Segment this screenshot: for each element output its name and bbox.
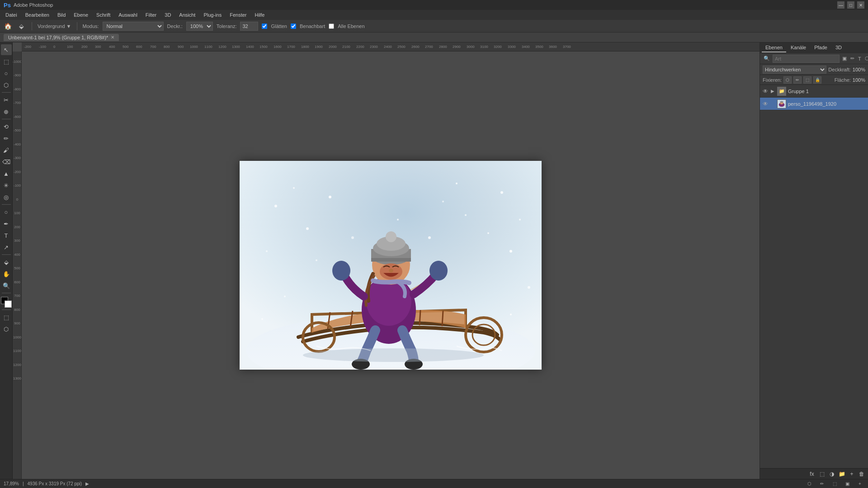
- tool-hand[interactable]: ✋: [1, 268, 12, 279]
- color-boxes[interactable]: [1, 297, 12, 308]
- layer-eye-image[interactable]: 👁: [762, 100, 769, 108]
- maximize-button[interactable]: □: [847, 1, 854, 9]
- menu-fenster[interactable]: Fenster: [226, 11, 250, 19]
- status-icon-4[interactable]: ▣: [843, 479, 852, 488]
- document-canvas[interactable]: [240, 161, 542, 370]
- glatten-checkbox[interactable]: [262, 23, 267, 29]
- layer-fx-icon[interactable]: fx: [807, 469, 816, 479]
- tool-quick-mask[interactable]: ⬚: [1, 312, 12, 323]
- canvas-area[interactable]: -200 -100 0 100 200 300 400 500 600 700 …: [13, 42, 760, 479]
- tool-stamp[interactable]: 🖌: [1, 145, 12, 155]
- doc-tab[interactable]: Unbenannt-1 bei 17,9% (Gruppe 1, RGB/8#)…: [4, 34, 119, 41]
- canvas-image: [240, 161, 542, 370]
- svg-text:200: 200: [14, 225, 20, 229]
- tool-marquee[interactable]: ⬚: [1, 56, 12, 67]
- layer-row-gruppe1[interactable]: 👁 ▶ 📁 Gruppe 1: [760, 85, 868, 98]
- svg-text:3700: 3700: [563, 45, 571, 49]
- doc-tab-close[interactable]: ✕: [111, 35, 114, 40]
- lock-paint-btn[interactable]: ✏: [793, 76, 802, 84]
- tab-ebenen[interactable]: Ebenen: [762, 43, 786, 52]
- tool-zoom[interactable]: 🔍: [1, 280, 12, 291]
- document-tab-bar: Unbenannt-1 bei 17,9% (Gruppe 1, RGB/8#)…: [0, 33, 868, 42]
- svg-text:1900: 1900: [315, 45, 323, 49]
- tool-quick-select[interactable]: ⬡: [1, 80, 12, 90]
- flaeche-value: 100%: [853, 77, 865, 83]
- tool-shape[interactable]: ⬙: [1, 257, 12, 267]
- tool-blur[interactable]: ◎: [1, 192, 12, 202]
- status-icon-5[interactable]: +: [855, 479, 864, 488]
- tool-crop[interactable]: ✂: [1, 94, 12, 105]
- svg-text:800: 800: [164, 45, 170, 49]
- layer-delete-icon[interactable]: 🗑: [857, 469, 866, 479]
- menu-filter[interactable]: Filter: [142, 11, 160, 19]
- menu-3d[interactable]: 3D: [161, 11, 175, 19]
- layer-expand-gruppe1[interactable]: ▶: [771, 89, 775, 94]
- menu-bearbeiten[interactable]: Bearbeiten: [22, 11, 53, 19]
- layers-icon-3[interactable]: T: [857, 56, 862, 61]
- lock-all-btn[interactable]: 🔒: [813, 76, 821, 84]
- menu-ebene[interactable]: Ebene: [70, 11, 92, 19]
- tool-home-icon[interactable]: 🏠: [3, 21, 13, 31]
- layer-new-icon[interactable]: +: [847, 469, 856, 479]
- tool-pen[interactable]: ✒: [1, 218, 12, 229]
- title-bar: Ps Adobe Photoshop — □ ✕: [0, 0, 868, 10]
- layer-adj-icon[interactable]: ◑: [827, 469, 836, 479]
- tool-gradient[interactable]: ✳: [1, 180, 12, 191]
- status-icon-2[interactable]: ✏: [817, 479, 826, 488]
- menu-schrift[interactable]: Schrift: [93, 11, 114, 19]
- menu-auswahl[interactable]: Auswahl: [115, 11, 141, 19]
- background-color[interactable]: [5, 300, 12, 308]
- alle-ebenen-checkbox[interactable]: [329, 23, 334, 29]
- svg-text:-700: -700: [14, 101, 21, 105]
- tool-picker-icon[interactable]: ⬙: [16, 21, 26, 31]
- svg-text:1200: 1200: [13, 363, 21, 367]
- tool-lasso[interactable]: ○: [1, 68, 12, 79]
- tool-text[interactable]: T: [1, 230, 12, 241]
- tool-history[interactable]: ⌫: [1, 156, 12, 167]
- modus-select[interactable]: Normal Multiplizieren Negativ multiplizi…: [103, 22, 164, 31]
- menu-bild[interactable]: Bild: [54, 11, 69, 19]
- status-icon-3[interactable]: ⬚: [830, 479, 839, 488]
- layers-search-input[interactable]: [773, 55, 840, 63]
- benachbart-checkbox[interactable]: [291, 23, 296, 29]
- lock-position-btn[interactable]: ⬡: [783, 76, 792, 84]
- close-button[interactable]: ✕: [857, 1, 864, 9]
- menu-plugins[interactable]: Plug-ins: [200, 11, 225, 19]
- layer-group-icon[interactable]: 📁: [837, 469, 846, 479]
- deckraft-select[interactable]: 100%: [186, 22, 213, 31]
- svg-point-97: [519, 219, 521, 221]
- tool-eraser[interactable]: ▲: [1, 168, 12, 179]
- tab-3d[interactable]: 3D: [832, 43, 845, 52]
- menu-hilfe[interactable]: Hilfe: [251, 11, 268, 19]
- tool-dodge[interactable]: ○: [1, 206, 12, 217]
- layer-row-image[interactable]: 👁 perso_1196498_1920: [760, 98, 868, 110]
- tool-path-select[interactable]: ↗: [1, 242, 12, 253]
- svg-text:3000: 3000: [467, 45, 475, 49]
- svg-text:1100: 1100: [13, 349, 21, 353]
- layer-mask-icon[interactable]: ⬚: [817, 469, 826, 479]
- status-icon-1[interactable]: ⬡: [805, 479, 814, 488]
- toleranz-input[interactable]: [240, 22, 258, 31]
- layers-icon-4[interactable]: ⬡: [864, 56, 868, 61]
- layers-icon-2[interactable]: ✏: [849, 56, 855, 61]
- svg-text:-400: -400: [14, 142, 21, 146]
- svg-rect-85: [371, 258, 411, 262]
- menu-datei[interactable]: Datei: [2, 11, 21, 19]
- tool-move[interactable]: ↖: [1, 44, 12, 55]
- tool-brush[interactable]: ✏: [1, 133, 12, 144]
- svg-point-112: [303, 348, 484, 362]
- minimize-button[interactable]: —: [837, 1, 844, 9]
- tool-screen-mode[interactable]: ⬡: [1, 324, 12, 334]
- layers-icon-1[interactable]: ▣: [841, 56, 848, 61]
- svg-text:0: 0: [16, 197, 19, 202]
- blend-mode-select[interactable]: Hindurchwerken Normal Multiplizieren: [763, 66, 826, 74]
- tab-kanaele[interactable]: Kanäle: [787, 43, 810, 52]
- tool-healing[interactable]: ⟲: [1, 121, 12, 132]
- tool-sep-3: [2, 204, 11, 205]
- tool-eyedropper[interactable]: ⊕: [1, 106, 12, 117]
- layer-eye-gruppe1[interactable]: 👁: [762, 88, 769, 95]
- menu-ansicht[interactable]: Ansicht: [175, 11, 199, 19]
- tab-pfade[interactable]: Pfade: [811, 43, 831, 52]
- svg-point-96: [500, 191, 503, 194]
- lock-artboard-btn[interactable]: ⬚: [803, 76, 811, 84]
